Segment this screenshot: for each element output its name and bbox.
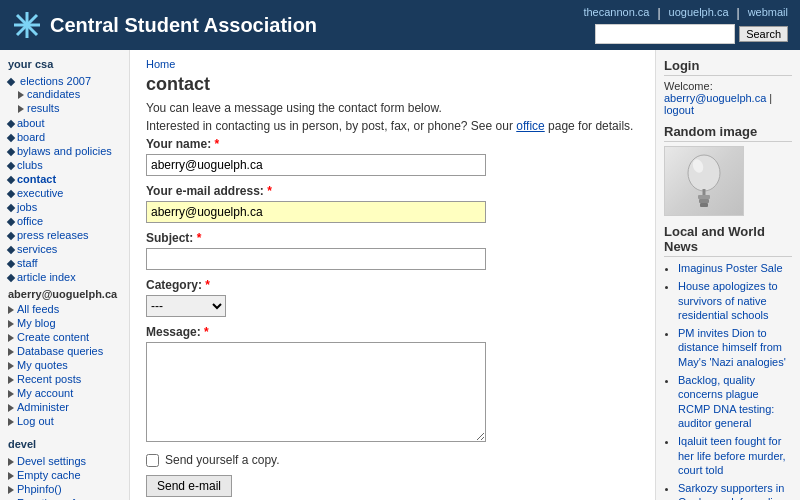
copy-label: Send yourself a copy.	[165, 453, 280, 467]
article-index-link[interactable]: article index	[17, 271, 76, 283]
my-account-link[interactable]: My account	[17, 387, 73, 399]
empty-cache-link[interactable]: Empty cache	[17, 469, 81, 481]
news-list: Imaginus Poster Sale House apologizes to…	[664, 261, 792, 500]
uoguelph-link[interactable]: uoguelph.ca	[669, 6, 729, 20]
news-item: Iqaluit teen fought for her life before …	[678, 434, 792, 477]
diamond-icon	[7, 246, 15, 254]
subject-label: Subject: *	[146, 231, 639, 245]
webmail-link[interactable]: webmail	[748, 6, 788, 20]
administer-link[interactable]: Administer	[17, 401, 69, 413]
svg-rect-8	[699, 199, 709, 203]
tri-icon	[18, 91, 24, 99]
tri-icon	[8, 376, 14, 384]
search-button[interactable]: Search	[739, 26, 788, 42]
sidebar-item-board: board	[8, 130, 121, 144]
category-label: Category: *	[146, 278, 639, 292]
sidebar-item-executive: executive	[8, 186, 121, 200]
phpinfo-link[interactable]: Phpinfo()	[17, 483, 62, 495]
news-link[interactable]: Iqaluit teen fought for her life before …	[678, 435, 786, 476]
db-queries-link[interactable]: Database queries	[17, 345, 103, 357]
press-link[interactable]: press releases	[17, 229, 89, 241]
sidebar-item-about: about	[8, 116, 121, 130]
clubs-link[interactable]: clubs	[17, 159, 43, 171]
name-label: Your name: *	[146, 137, 639, 151]
send-email-button[interactable]: Send e-mail	[146, 475, 232, 497]
intro-text-2: Interested in contacting us in person, b…	[146, 119, 639, 133]
executive-link[interactable]: executive	[17, 187, 63, 199]
email-field-group: Your e-mail address: *	[146, 184, 639, 223]
bylaws-link[interactable]: bylaws and policies	[17, 145, 112, 157]
diamond-icon	[7, 218, 15, 226]
news-item: Imaginus Poster Sale	[678, 261, 792, 275]
devel-settings-link[interactable]: Devel settings	[17, 455, 86, 467]
contact-link[interactable]: contact	[17, 173, 56, 185]
welcome-label: Welcome: aberry@uoguelph.ca | logout	[664, 80, 792, 116]
candidates-link[interactable]: candidates	[27, 88, 80, 100]
sidebar-item-staff: staff	[8, 256, 121, 270]
thecannon-link[interactable]: thecannon.ca	[583, 6, 649, 20]
sidebar-item-office: office	[8, 214, 121, 228]
all-feeds-item: All feeds	[8, 302, 121, 316]
header-links: thecannon.ca | uoguelph.ca | webmail	[583, 6, 788, 20]
office-link-inline[interactable]: office	[516, 119, 544, 133]
my-quotes-link[interactable]: My quotes	[17, 359, 68, 371]
random-image	[664, 146, 744, 216]
diamond-icon	[7, 176, 15, 184]
email-input[interactable]	[146, 201, 486, 223]
copy-checkbox[interactable]	[146, 454, 159, 467]
subject-input[interactable]	[146, 248, 486, 270]
elections-link[interactable]: elections 2007	[20, 75, 91, 87]
recent-posts-link[interactable]: Recent posts	[17, 373, 81, 385]
staff-link[interactable]: staff	[17, 257, 38, 269]
administer-item: Administer	[8, 400, 121, 414]
news-item: House apologizes to survivors of native …	[678, 279, 792, 322]
breadcrumb: Home	[146, 58, 639, 70]
sidebar-item-clubs: clubs	[8, 158, 121, 172]
results-link[interactable]: results	[27, 102, 59, 114]
log-out-link[interactable]: Log out	[17, 415, 54, 427]
left-sidebar: your csa elections 2007 candidates resul…	[0, 50, 130, 500]
my-blog-link[interactable]: My blog	[17, 317, 56, 329]
message-textarea[interactable]	[146, 342, 486, 442]
search-input[interactable]	[595, 24, 735, 44]
tri-icon	[8, 390, 14, 398]
svg-point-4	[24, 22, 30, 28]
about-link[interactable]: about	[17, 117, 45, 129]
tri-icon	[8, 348, 14, 356]
tri-icon	[8, 306, 14, 314]
create-content-link[interactable]: Create content	[17, 331, 89, 343]
breadcrumb-home[interactable]: Home	[146, 58, 175, 70]
diamond-icon	[7, 148, 15, 156]
tri-icon	[8, 404, 14, 412]
devel-settings-item: Devel settings	[8, 454, 121, 468]
logout-link[interactable]: logout	[664, 104, 694, 116]
message-label: Message: *	[146, 325, 639, 339]
devel-title: devel	[8, 438, 121, 450]
services-link[interactable]: services	[17, 243, 57, 255]
my-account-item: My account	[8, 386, 121, 400]
category-select[interactable]: ---	[146, 295, 226, 317]
news-link[interactable]: Sarkozy supporters in Quebec ask for pol…	[678, 482, 784, 500]
sidebar-item-services: services	[8, 242, 121, 256]
news-link[interactable]: House apologizes to survivors of native …	[678, 280, 778, 321]
news-link[interactable]: Imaginus Poster Sale	[678, 262, 783, 274]
news-link[interactable]: PM invites Dion to distance himself from…	[678, 327, 786, 368]
random-image-box	[664, 146, 792, 216]
devel-links: Devel settings Empty cache Phpinfo() Fun…	[8, 454, 121, 500]
all-feeds-link[interactable]: All feeds	[17, 303, 59, 315]
login-box: Welcome: aberry@uoguelph.ca | logout	[664, 80, 792, 116]
db-queries-item: Database queries	[8, 344, 121, 358]
name-field-group: Your name: *	[146, 137, 639, 176]
name-input[interactable]	[146, 154, 486, 176]
sidebar-item-elections: elections 2007 candidates results	[8, 74, 121, 116]
sidebar-item-results: results	[18, 101, 121, 115]
board-link[interactable]: board	[17, 131, 45, 143]
tri-icon	[8, 320, 14, 328]
random-image-title: Random image	[664, 124, 792, 142]
main-content: Home contact You can leave a message usi…	[130, 50, 655, 500]
tri-icon	[18, 105, 24, 113]
news-link[interactable]: Backlog, quality concerns plague RCMP DN…	[678, 374, 774, 429]
jobs-link[interactable]: jobs	[17, 201, 37, 213]
office-link[interactable]: office	[17, 215, 43, 227]
user-email-link[interactable]: aberry@uoguelph.ca	[664, 92, 766, 104]
